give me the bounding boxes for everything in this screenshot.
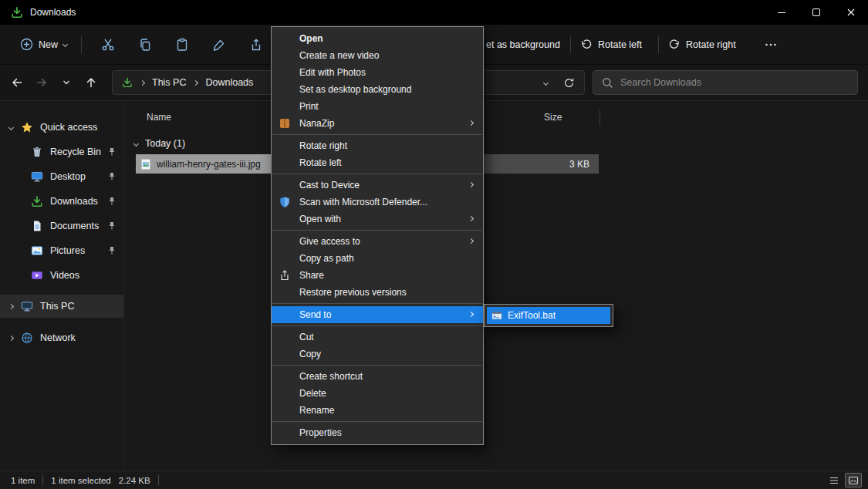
column-header-name[interactable]: Name — [147, 112, 171, 123]
menu-item-rotate-left[interactable]: Rotate left — [272, 154, 483, 171]
search-box[interactable] — [593, 70, 858, 95]
address-dropdown-icon[interactable] — [543, 79, 549, 85]
toolbar-separator — [570, 36, 571, 53]
sidebar-item-documents[interactable]: Documents — [0, 214, 123, 238]
back-button[interactable] — [6, 71, 28, 94]
menu-item-create-shortcut[interactable]: Create shortcut — [272, 368, 483, 385]
menu-item-copy-as-path[interactable]: Copy as path — [272, 250, 483, 267]
copy-button[interactable] — [127, 31, 164, 59]
column-header-size[interactable]: Size — [544, 112, 562, 123]
new-button[interactable]: New — [14, 31, 73, 59]
maximize-button[interactable] — [799, 0, 833, 25]
breadcrumb-this-pc[interactable]: This PC — [152, 77, 186, 88]
more-options-button[interactable] — [759, 25, 782, 65]
paste-button[interactable] — [164, 31, 201, 59]
menu-separator — [272, 325, 482, 326]
sidebar-item-label: Pictures — [50, 245, 85, 256]
menu-item-label: Send to — [299, 309, 331, 320]
titlebar: Downloads — [0, 0, 868, 25]
rotate-right-button[interactable]: Rotate right — [668, 25, 736, 65]
menu-item-send-to[interactable]: Send to — [272, 306, 483, 323]
context-menu: Open Create a new video Edit with Photos… — [271, 26, 484, 445]
rename-button[interactable] — [201, 31, 238, 59]
downloads-app-icon — [11, 6, 23, 19]
sidebar-item-downloads[interactable]: Downloads — [0, 190, 123, 213]
arrow-up-icon — [85, 76, 97, 89]
thumbnail-view-button[interactable] — [845, 473, 862, 487]
menu-item-open-with[interactable]: Open with — [272, 211, 483, 228]
menu-item-rename[interactable]: Rename — [272, 402, 483, 419]
menu-item-create-a-new-video[interactable]: Create a new video — [272, 47, 483, 64]
sidebar-item-this-pc[interactable]: This PC — [0, 295, 123, 318]
pin-icon — [107, 172, 117, 181]
menu-item-print[interactable]: Print — [272, 98, 483, 115]
column-divider[interactable] — [599, 110, 600, 126]
sidebar-item-pictures[interactable]: Pictures — [0, 239, 123, 262]
submenu-arrow-icon — [468, 238, 474, 244]
menu-separator — [272, 421, 482, 422]
rotate-left-icon — [580, 39, 593, 51]
menu-separator — [272, 174, 482, 174]
menu-item-label: Open with — [299, 214, 341, 224]
recent-locations-button[interactable] — [56, 71, 77, 94]
chevron-right-icon[interactable] — [8, 303, 14, 309]
submenu-item-label: ExifTool.bat — [508, 310, 556, 321]
rotate-left-button[interactable]: Rotate left — [580, 25, 642, 65]
menu-item-open[interactable]: Open — [272, 30, 483, 47]
search-input[interactable] — [620, 77, 849, 88]
menu-item-rotate-right[interactable]: Rotate right — [272, 137, 483, 154]
arrow-right-icon — [35, 76, 48, 89]
window-title: Downloads — [30, 7, 76, 18]
up-button[interactable] — [80, 71, 102, 94]
minimize-icon — [778, 12, 785, 13]
menu-item-cast-to-device[interactable]: Cast to Device — [272, 177, 483, 194]
menu-item-edit-with-photos[interactable]: Edit with Photos — [272, 64, 483, 81]
pictures-icon — [31, 244, 43, 257]
menu-item-set-as-desktop-background[interactable]: Set as desktop background — [272, 81, 483, 98]
selected-size: 2.24 KB — [119, 476, 150, 485]
menu-item-share[interactable]: Share — [272, 267, 483, 284]
sidebar-item-recycle-bin[interactable]: Recycle Bin — [0, 140, 123, 164]
chevron-right-icon — [193, 79, 198, 85]
chevron-down-icon[interactable] — [133, 140, 139, 146]
breadcrumb-downloads[interactable]: Downloads — [205, 77, 253, 88]
minimize-button[interactable] — [764, 0, 799, 25]
sidebar-item-videos[interactable]: Videos — [0, 264, 123, 287]
star-icon — [21, 121, 33, 133]
pin-icon — [107, 147, 117, 157]
sidebar-item-network[interactable]: Network — [0, 326, 123, 349]
menu-item-give-access-to[interactable]: Give access to — [272, 233, 483, 250]
menu-item-label: Share — [299, 270, 324, 281]
nanazip-icon — [279, 117, 291, 130]
menu-item-delete[interactable]: Delete — [272, 385, 483, 402]
sidebar-item-label: This PC — [40, 301, 74, 312]
set-as-background-label: et as background — [486, 39, 560, 50]
close-button[interactable] — [833, 0, 868, 25]
chevron-right-icon[interactable] — [8, 335, 14, 340]
menu-item-properties[interactable]: Properties — [272, 424, 483, 441]
chevron-down-icon — [62, 79, 70, 86]
share-icon — [279, 269, 291, 282]
chevron-down-icon[interactable] — [8, 124, 14, 130]
paste-icon — [175, 38, 189, 52]
submenu-item-exiftool[interactable]: ExifTool.bat — [487, 307, 610, 324]
set-as-background-button[interactable]: et as background — [486, 25, 560, 65]
cut-icon — [101, 38, 115, 52]
details-view-button[interactable] — [826, 473, 843, 487]
menu-item-cut[interactable]: Cut — [272, 329, 483, 346]
sidebar-item-label: Quick access — [40, 122, 97, 133]
share-button[interactable] — [238, 31, 275, 59]
menu-item-restore-previous-versions[interactable]: Restore previous versions — [272, 284, 483, 301]
forward-button[interactable] — [31, 71, 52, 94]
image-file-icon — [140, 158, 152, 170]
menu-item-copy[interactable]: Copy — [272, 346, 483, 363]
cut-button[interactable] — [90, 31, 127, 59]
menu-item-scan-with-microsoft-defender[interactable]: Scan with Microsoft Defender... — [272, 194, 483, 211]
group-header-today[interactable]: Today (1) — [134, 135, 185, 152]
submenu-arrow-icon — [468, 120, 474, 126]
sidebar-item-desktop[interactable]: Desktop — [0, 165, 123, 188]
sidebar-item-quick-access[interactable]: Quick access — [0, 116, 123, 139]
menu-item-nanazip[interactable]: NanaZip — [272, 115, 483, 132]
file-name-cell: william-henry-gates-iii.jpg — [136, 154, 274, 174]
refresh-icon[interactable] — [563, 77, 575, 89]
